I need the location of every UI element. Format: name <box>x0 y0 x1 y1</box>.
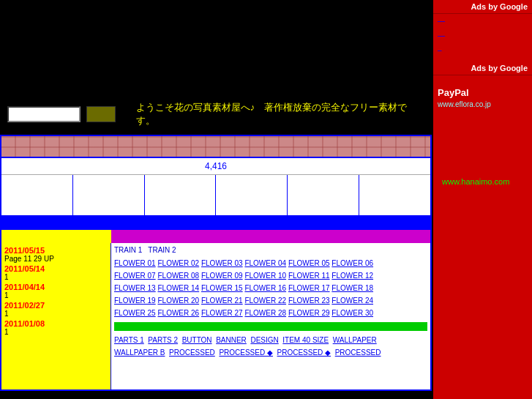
flower-01[interactable]: FLOWER 01 <box>114 259 156 267</box>
item-link[interactable]: ITEM 40 SIZE <box>282 336 329 344</box>
left-col: 2011/05/15 Page 11 29 UP 2011/05/14 1 20… <box>1 243 111 389</box>
thumb-4[interactable] <box>216 175 288 215</box>
green-separator-1 <box>114 322 427 331</box>
flower-19[interactable]: FLOWER 19 <box>114 297 156 305</box>
flower-20[interactable]: FLOWER 20 <box>157 297 199 305</box>
date-1[interactable]: 2011/05/15 <box>4 246 108 255</box>
content-header-row <box>1 230 430 243</box>
right-col: TRAIN 1 TRAIN 2 FLOWER 01 FLOWER 02 FLOW… <box>111 243 430 389</box>
design-link[interactable]: DESIGN <box>250 336 278 344</box>
flower-17[interactable]: FLOWER 17 <box>288 284 330 292</box>
parts-links: PARTS 1 PARTS 2 BUTTON BANNER DESIGN ITE… <box>114 334 427 359</box>
flower-03[interactable]: FLOWER 03 <box>201 259 243 267</box>
hanaimo-link[interactable]: www.hanaimo.com <box>438 174 528 189</box>
flower-30[interactable]: FLOWER 30 <box>331 309 373 317</box>
yellow-left <box>1 230 111 243</box>
count-row: 4,416 <box>1 158 430 175</box>
flower-15[interactable]: FLOWER 15 <box>201 284 243 292</box>
ads-by-google-mid: Ads by Google <box>433 61 532 75</box>
sidebar-ad-line-3: – <box>433 43 532 58</box>
flower-14[interactable]: FLOWER 14 <box>157 284 199 292</box>
ads-top-label: Ads by Google <box>471 2 528 11</box>
flower-26[interactable]: FLOWER 26 <box>157 309 199 317</box>
sidebar-ad-line-1: — <box>433 14 532 29</box>
train-links-row: TRAIN 1 TRAIN 2 <box>114 246 427 254</box>
wallpaper-b-link[interactable]: WALLPAPER B <box>114 348 165 357</box>
thumb-2[interactable] <box>73 175 145 215</box>
paypal-link[interactable]: www.eflora.co.jp <box>438 100 528 108</box>
flower-links: FLOWER 01 FLOWER 02 FLOWER 03 FLOWER 04 … <box>114 257 427 319</box>
thumb-row <box>1 175 430 217</box>
date-4[interactable]: 2011/02/27 <box>4 301 108 310</box>
parts-2-link[interactable]: PARTS 2 <box>148 336 178 344</box>
flower-06[interactable]: FLOWER 06 <box>331 259 373 267</box>
processed-4-link[interactable]: PROCESSED <box>335 348 381 357</box>
flower-10[interactable]: FLOWER 10 <box>244 272 286 280</box>
main-wrapper: ようこそ花の写真素材屋へ♪ 著作権放棄の完全なフリー素材です。 4,416 <box>0 0 432 391</box>
flower-22[interactable]: FLOWER 22 <box>244 297 286 305</box>
flower-08[interactable]: FLOWER 08 <box>157 272 199 280</box>
flower-28[interactable]: FLOWER 28 <box>244 309 286 317</box>
thumb-6[interactable] <box>359 175 430 215</box>
flower-24[interactable]: FLOWER 24 <box>331 297 373 305</box>
parts-row: PARTS 1 PARTS 2 BUTTON BANNER DESIGN ITE… <box>114 334 427 346</box>
train-2-link[interactable]: TRAIN 2 <box>148 246 176 254</box>
search-button[interactable] <box>86 106 116 122</box>
flower-18[interactable]: FLOWER 18 <box>331 284 373 292</box>
flower-row-3: FLOWER 13 FLOWER 14 FLOWER 15 FLOWER 16 … <box>114 282 427 294</box>
count-value: 4,416 <box>205 161 227 171</box>
blue-bar <box>1 217 430 230</box>
search-input[interactable] <box>7 106 80 122</box>
purple-right <box>111 230 430 243</box>
thumb-1[interactable] <box>1 175 73 215</box>
flower-07[interactable]: FLOWER 07 <box>114 272 156 280</box>
flower-02[interactable]: FLOWER 02 <box>157 259 199 267</box>
date-2[interactable]: 2011/05/14 <box>4 264 108 273</box>
parts-1-link[interactable]: PARTS 1 <box>114 336 144 344</box>
flower-11[interactable]: FLOWER 11 <box>288 272 330 280</box>
brick-header <box>1 136 430 158</box>
flower-09[interactable]: FLOWER 09 <box>201 272 243 280</box>
num-3: 1 <box>4 310 108 318</box>
flower-16[interactable]: FLOWER 16 <box>244 284 286 292</box>
top-banner <box>0 0 432 95</box>
flower-23[interactable]: FLOWER 23 <box>288 297 330 305</box>
hanaimo-section: www.hanaimo.com <box>433 171 532 192</box>
main-content: 4,416 2011/05/15 <box>0 135 432 391</box>
flower-04[interactable]: FLOWER 04 <box>244 259 286 267</box>
sidebar-ad-line-2: — <box>433 29 532 43</box>
num-4: 1 <box>4 328 108 336</box>
flower-29[interactable]: FLOWER 29 <box>288 309 330 317</box>
button-link[interactable]: BUTTON <box>182 336 212 344</box>
num-2: 1 <box>4 291 108 299</box>
date-5[interactable]: 2011/01/08 <box>4 319 108 328</box>
welcome-text: ようこそ花の写真素材屋へ♪ 著作権放棄の完全なフリー素材です。 <box>136 101 424 127</box>
thumb-5[interactable] <box>288 175 359 215</box>
wallpaper-link[interactable]: WALLPAPER <box>333 336 377 344</box>
thumb-3[interactable] <box>145 175 217 215</box>
flower-05[interactable]: FLOWER 05 <box>288 259 330 267</box>
date-3[interactable]: 2011/04/14 <box>4 283 108 291</box>
num-1: 1 <box>4 273 108 281</box>
paypal-section: PayPal www.eflora.co.jp <box>433 83 532 113</box>
flower-row-1: FLOWER 01 FLOWER 02 FLOWER 03 FLOWER 04 … <box>114 257 427 269</box>
flower-row-2: FLOWER 07 FLOWER 08 FLOWER 09 FLOWER 10 … <box>114 269 427 282</box>
train-1-link[interactable]: TRAIN 1 <box>114 246 142 254</box>
ads-mid-label: Ads by Google <box>471 64 528 72</box>
content-area: 2011/05/15 Page 11 29 UP 2011/05/14 1 20… <box>1 243 430 389</box>
flower-row-4: FLOWER 19 FLOWER 20 FLOWER 21 FLOWER 22 … <box>114 294 427 307</box>
flower-27[interactable]: FLOWER 27 <box>201 309 243 317</box>
right-sidebar: Ads by Google — — – Ads by Google PayPal… <box>433 0 532 399</box>
paypal-label: PayPal <box>438 87 528 98</box>
wallpaper-row: WALLPAPER B PROCESSED PROCESSED ◆ PROCES… <box>114 346 427 359</box>
flower-21[interactable]: FLOWER 21 <box>201 297 243 305</box>
flower-12[interactable]: FLOWER 12 <box>331 272 373 280</box>
processed-3-link[interactable]: PROCESSED ◆ <box>277 348 331 357</box>
flower-row-5: FLOWER 25 FLOWER 26 FLOWER 27 FLOWER 28 … <box>114 307 427 319</box>
flower-13[interactable]: FLOWER 13 <box>114 284 156 292</box>
flower-25[interactable]: FLOWER 25 <box>114 309 156 317</box>
processed-1-link[interactable]: PROCESSED <box>169 348 215 357</box>
banner-link[interactable]: BANNER <box>216 336 247 344</box>
ads-by-google-top: Ads by Google <box>433 0 532 14</box>
processed-2-link[interactable]: PROCESSED ◆ <box>219 348 273 357</box>
